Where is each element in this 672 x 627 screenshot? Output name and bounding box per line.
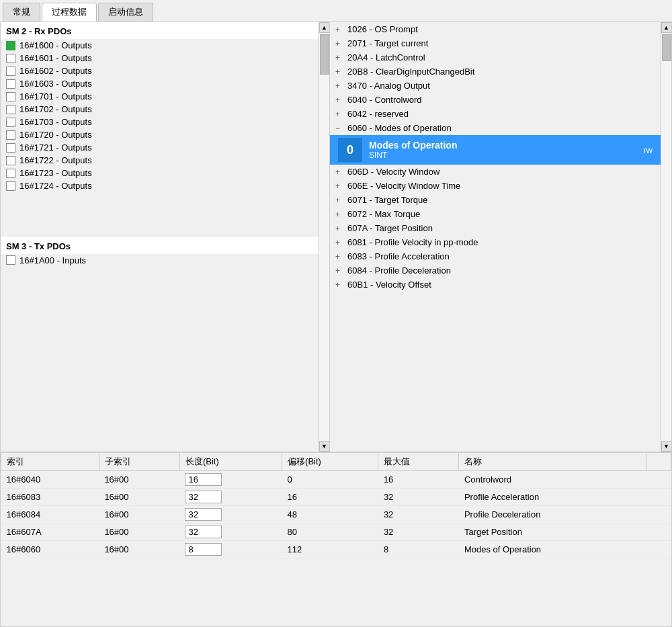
right-list-item[interactable]: +6042 - reserved (330, 107, 661, 121)
expand-icon[interactable]: + (335, 81, 343, 91)
right-scroll-down[interactable]: ▼ (661, 441, 672, 452)
right-list-item[interactable]: +2071 - Target current (330, 36, 661, 50)
cell-length-input[interactable] (185, 543, 222, 556)
expand-icon[interactable]: + (335, 238, 343, 247)
right-list-item[interactable]: +606E - Velocity Window Time (330, 179, 661, 193)
right-list-item[interactable]: +20B8 - ClearDigInputChangedBit (330, 65, 661, 79)
green-checkbox-icon (6, 41, 15, 50)
pdo-item[interactable]: 16#1703 - Outputs (1, 116, 319, 128)
cell-length-input[interactable] (185, 526, 222, 538)
right-list-item[interactable]: +6071 - Target Torque (330, 193, 661, 207)
pdo-item[interactable]: 16#1A00 - Inputs (1, 254, 319, 267)
pdo-item[interactable]: 16#1724 - Outputs (1, 179, 319, 192)
pdo-checkbox[interactable] (6, 105, 15, 114)
pdo-checkbox[interactable] (6, 92, 15, 101)
scroll-up-arrow[interactable]: ▲ (319, 22, 330, 33)
pdo-item[interactable]: 16#1600 - Outputs (1, 39, 319, 52)
right-list-item[interactable]: −6060 - Modes of Operation (330, 121, 661, 135)
tab-startup-info[interactable]: 启动信息 (98, 3, 153, 22)
right-list-item[interactable]: +606D - Velocity Window (330, 165, 661, 179)
expand-icon[interactable]: + (335, 252, 343, 261)
right-list-item[interactable]: +1026 - OS Prompt (330, 22, 661, 36)
pdo-checkbox[interactable] (6, 143, 15, 153)
pdo-checkbox[interactable] (6, 255, 15, 265)
right-item-label: 6084 - Profile Deceleration (347, 265, 451, 276)
pdo-checkbox[interactable] (6, 156, 15, 165)
scroll-down-arrow[interactable]: ▼ (319, 441, 330, 452)
pdo-item-label: 16#1600 - Outputs (19, 40, 92, 50)
pdo-checkbox[interactable] (6, 118, 15, 127)
right-item-label: 607A - Target Position (347, 223, 433, 233)
pdo-item[interactable]: 16#1721 - Outputs (1, 141, 319, 154)
right-list-item[interactable]: +6083 - Profile Acceleration (330, 249, 661, 263)
expand-icon[interactable]: + (335, 280, 343, 290)
pdo-item[interactable]: 16#1723 - Outputs (1, 167, 319, 179)
pdo-item[interactable]: 16#1602 - Outputs (1, 65, 319, 77)
expand-icon[interactable]: + (335, 196, 343, 205)
pdo-checkbox[interactable] (6, 79, 15, 89)
expand-icon[interactable]: + (335, 167, 343, 177)
cell-extra (646, 489, 671, 506)
tab-general[interactable]: 常规 (3, 3, 40, 22)
expand-icon[interactable]: + (335, 25, 343, 34)
pdo-item[interactable]: 16#1720 - Outputs (1, 128, 319, 141)
cell-maxval: 32 (378, 506, 459, 524)
pdo-checkbox[interactable] (6, 54, 15, 63)
pdo-checkbox[interactable] (6, 130, 15, 140)
pdo-item[interactable]: 16#1702 - Outputs (1, 103, 319, 116)
cell-length (179, 524, 282, 541)
expand-icon[interactable]: + (335, 181, 343, 191)
expand-icon[interactable]: + (335, 67, 343, 77)
right-list-item[interactable]: +3470 - Analog Output (330, 79, 661, 93)
right-scroll-thumb[interactable] (662, 34, 671, 61)
cell-extra (646, 506, 671, 524)
right-list-item[interactable]: +6084 - Profile Deceleration (330, 263, 661, 278)
subitem-name: Modes of Operation (369, 140, 643, 151)
expand-icon[interactable]: + (335, 266, 343, 276)
pdo-list-sm3: 16#1A00 - Inputs (1, 254, 319, 452)
cell-length-input[interactable] (185, 473, 222, 486)
cell-length-input[interactable] (185, 491, 222, 503)
right-list: +1026 - OS Prompt+2071 - Target current+… (330, 22, 661, 452)
expand-icon[interactable]: + (335, 224, 343, 233)
right-item-label: 20A4 - LatchControl (347, 52, 425, 62)
right-list-item[interactable]: +60B1 - Velocity Offset (330, 278, 661, 292)
pdo-item-label: 16#1A00 - Inputs (19, 255, 86, 265)
scroll-thumb[interactable] (320, 34, 329, 75)
pdo-item-label: 16#1723 - Outputs (19, 168, 92, 178)
right-item-label: 606D - Velocity Window (347, 167, 439, 177)
col-offset: 偏移(Bit) (282, 453, 378, 471)
right-item-label: 1026 - OS Prompt (347, 24, 418, 34)
pdo-checkbox[interactable] (6, 169, 15, 178)
right-scrollbar[interactable]: ▲ ▼ (661, 22, 671, 452)
tab-process-data[interactable]: 过程数据 (42, 3, 97, 22)
collapse-icon[interactable]: − (335, 124, 343, 133)
expand-icon[interactable]: + (335, 39, 343, 48)
pdo-checkbox[interactable] (6, 67, 15, 76)
cell-length-input[interactable] (185, 508, 222, 521)
right-list-item[interactable]: +607A - Target Position (330, 221, 661, 235)
right-list-item[interactable]: +6081 - Profile Velocity in pp-mode (330, 235, 661, 249)
right-scroll-up[interactable]: ▲ (661, 22, 672, 33)
expand-icon[interactable]: + (335, 210, 343, 219)
right-list-item[interactable]: +6040 - Controlword (330, 93, 661, 107)
pdo-item[interactable]: 16#1701 - Outputs (1, 90, 319, 103)
expand-icon[interactable]: + (335, 95, 343, 105)
cell-subindex: 16#00 (99, 506, 179, 524)
col-index: 索引 (1, 453, 99, 471)
cell-maxval: 32 (378, 489, 459, 506)
pdo-item[interactable]: 16#1722 - Outputs (1, 154, 319, 167)
expand-icon[interactable]: + (335, 110, 343, 119)
right-list-item[interactable]: +6072 - Max Torque (330, 207, 661, 221)
pdo-checkbox[interactable] (6, 181, 15, 191)
pdo-item[interactable]: 16#1603 - Outputs (1, 77, 319, 90)
expand-icon[interactable]: + (335, 53, 343, 62)
left-scrollbar[interactable]: ▲ ▼ (319, 22, 329, 452)
right-list-item[interactable]: +20A4 - LatchControl (330, 50, 661, 65)
right-item-label: 6042 - reserved (347, 109, 409, 119)
cell-length (179, 471, 282, 489)
subitem-index-badge: 0 (338, 138, 362, 162)
pdo-item[interactable]: 16#1601 - Outputs (1, 52, 319, 65)
right-item-label: 6060 - Modes of Operation (347, 123, 452, 133)
expanded-subitem[interactable]: 0Modes of OperationSINTrw (330, 135, 661, 165)
